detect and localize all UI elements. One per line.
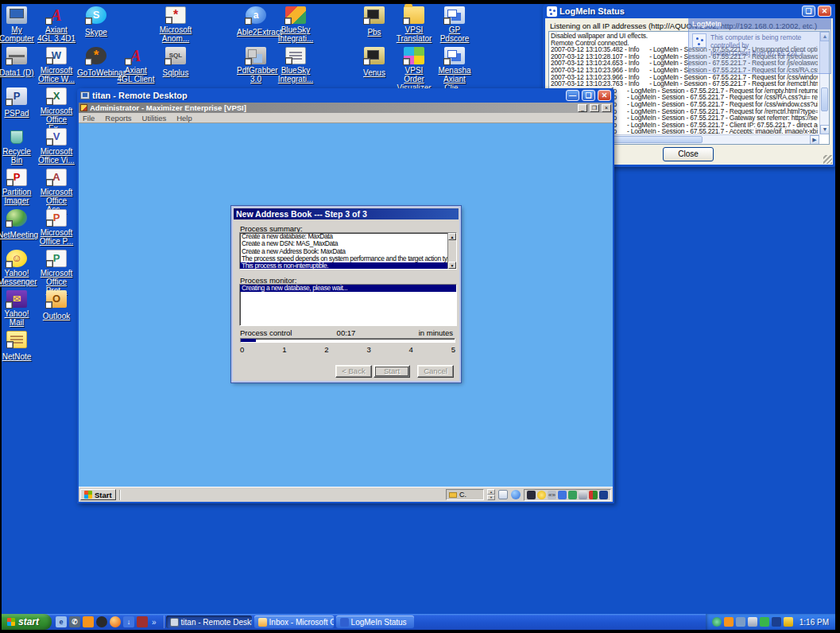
- scroll-down-icon[interactable]: ▼: [820, 125, 830, 134]
- summary-item[interactable]: Create a new database: MaxData: [240, 233, 447, 240]
- summary-item[interactable]: Create a new Address Book: MaxData: [240, 248, 447, 255]
- messenger-tray-icon[interactable]: [558, 491, 567, 499]
- desktop-icon-partition-imager[interactable]: Partition Imager: [0, 169, 36, 207]
- updates-tray-icon[interactable]: [784, 617, 793, 627]
- desktop-icon-netmeeting[interactable]: NetMeeting: [0, 209, 36, 241]
- internet-explorer-icon[interactable]: e: [56, 616, 67, 627]
- desktop-icon-gp-pdscore[interactable]: GP Pdscore: [435, 6, 474, 45]
- desktop-icon-pbs[interactable]: Pbs: [355, 6, 393, 38]
- remote-start-button[interactable]: Start: [80, 489, 116, 500]
- logmein-tray-icon[interactable]: [724, 617, 734, 627]
- menu-reports[interactable]: Reports: [105, 114, 131, 122]
- monitor-item-selected[interactable]: Creating a new database, please wait...: [240, 285, 456, 292]
- quick-launch-overflow-chevron[interactable]: »: [150, 618, 158, 627]
- network-tray-icon[interactable]: [736, 617, 745, 627]
- remote-control-tray-icon[interactable]: [712, 617, 722, 627]
- taskbar-button-logmein-status[interactable]: LogMeIn Status: [336, 616, 414, 628]
- desktop-icon-pdfgrabber[interactable]: PdfGrabber 3.0: [237, 47, 275, 85]
- desktop-icon-bluesky-document[interactable]: BlueSky Integrati...: [277, 47, 315, 85]
- desktop-icon-label: Data1 (D): [0, 68, 34, 77]
- internet-explorer-icon[interactable]: [511, 490, 521, 499]
- key-tray-icon[interactable]: [537, 491, 546, 499]
- desktop-icon-gotowebinar[interactable]: GoToWebinar: [77, 47, 115, 79]
- menu-help[interactable]: Help: [176, 114, 192, 122]
- taskbar-button-remote-desktop[interactable]: titan - Remote Desktop: [166, 616, 252, 628]
- display-tray-icon[interactable]: [772, 617, 781, 627]
- minimize-icon[interactable]: —: [566, 90, 579, 101]
- summary-item-selected[interactable]: This process is non-interruptible.: [240, 262, 447, 270]
- summary-item[interactable]: Create a new DSN: MAS_MaxData: [240, 240, 447, 247]
- desktop-icon-netnote[interactable]: NetNote: [0, 331, 36, 363]
- cancel-button[interactable]: Cancel: [417, 365, 454, 378]
- desktop-icon-sqlplus[interactable]: Sqlplus: [157, 47, 195, 79]
- taskbar-spin-control[interactable]: ▲▼: [487, 489, 495, 500]
- scroll-right-icon[interactable]: ▶: [810, 135, 819, 145]
- usb-tray-icon[interactable]: [748, 617, 757, 627]
- resize-grip[interactable]: [823, 155, 832, 164]
- desktop-icon-axiant-4gl-34d1[interactable]: Axiant 4GL 3.4D1: [37, 6, 75, 45]
- remote-session: Administrator - Maximizer Enterprise [VP…: [79, 103, 613, 502]
- dialog-titlebar[interactable]: New Address Book --- Step 3 of 3: [234, 208, 459, 219]
- desktop-icon-office-powerpoint[interactable]: Microsoft Office P...: [37, 209, 75, 247]
- back-button[interactable]: < Back: [335, 365, 372, 378]
- desktop-icon-pspad[interactable]: PSPad: [0, 87, 36, 119]
- close-icon[interactable]: ✕: [818, 6, 831, 17]
- firefox-icon[interactable]: [110, 616, 121, 627]
- desktop-icon-office-word[interactable]: Microsoft Office W...: [37, 47, 75, 85]
- folder-c-button[interactable]: C.: [446, 489, 484, 500]
- desktop-icon-office-visio[interactable]: Microsoft Office Vi...: [37, 128, 75, 166]
- desktop-icon-menasha-axiant[interactable]: Menasha Axiant Clie...: [435, 47, 474, 94]
- antivirus-tray-icon[interactable]: [760, 617, 769, 627]
- desktop-icon-able2extract[interactable]: Able2Extract: [237, 6, 275, 38]
- summary-item[interactable]: The process speed depends on system perf…: [240, 255, 447, 262]
- desktop-icon-label: Axiant 4GL Client: [117, 66, 155, 83]
- logmein-quicklaunch-icon[interactable]: [83, 616, 94, 627]
- restore-icon[interactable]: ❐: [590, 104, 599, 112]
- remote-desktop-titlebar[interactable]: titan - Remote Desktop — ❏ ✕: [79, 88, 613, 103]
- desktop-icon-axiant-4gl-client[interactable]: Axiant 4GL Client: [117, 47, 155, 85]
- scroll-up-icon[interactable]: ▲: [448, 233, 456, 240]
- scroll-thumb[interactable]: [821, 87, 828, 111]
- close-icon[interactable]: ✕: [598, 90, 611, 101]
- app-red-icon[interactable]: [137, 616, 148, 627]
- desktop-icon-venus[interactable]: Venus: [355, 47, 393, 79]
- desktop-icon-bluesky-integration[interactable]: BlueSky Integrati...: [277, 6, 315, 45]
- taskbar-button-outlook-inbox[interactable]: Inbox - Microsoft Out...: [254, 616, 334, 628]
- start-button[interactable]: Start: [374, 365, 410, 378]
- shield-tray-icon[interactable]: [579, 491, 587, 499]
- scroll-down-icon[interactable]: ▼: [448, 262, 456, 269]
- desktop-icon-outlook[interactable]: Outlook: [37, 290, 75, 322]
- menu-utilities[interactable]: Utilities: [142, 114, 167, 122]
- logmein-titlebar[interactable]: LogMeIn Status ❏ ✕: [545, 4, 833, 18]
- desktop-icon-my-computer[interactable]: My Computer: [0, 6, 36, 45]
- summary-scrollbar[interactable]: ▲ ▼: [447, 233, 456, 269]
- network-tray-icon[interactable]: [599, 491, 608, 499]
- desktop-icon-microsoft-anom[interactable]: Microsoft Anom...: [157, 6, 195, 45]
- plug-tray-icon[interactable]: [589, 491, 598, 499]
- desktop-icon-skype[interactable]: Skype: [77, 6, 115, 38]
- sync-arrows-tray-icon[interactable]: «»: [548, 491, 556, 499]
- download-manager-icon[interactable]: ↓: [123, 616, 134, 627]
- maximize-icon[interactable]: ❏: [582, 90, 595, 101]
- vpn-tray-icon[interactable]: [568, 491, 577, 499]
- document-quick-icon[interactable]: [498, 490, 508, 499]
- phone-dialer-icon[interactable]: ✆: [69, 616, 80, 627]
- minimize-icon[interactable]: _: [578, 104, 587, 112]
- process-monitor-list[interactable]: Creating a new database, please wait...: [239, 284, 457, 326]
- console-tray-icon[interactable]: [527, 491, 536, 499]
- process-summary-list[interactable]: Create a new database: MaxData Create a …: [239, 232, 457, 270]
- bluesky-icon: [285, 6, 306, 24]
- media-player-icon[interactable]: [96, 616, 107, 627]
- desktop-icon-vpsi-order-visualizer[interactable]: VPSI Order Visualizer: [395, 47, 433, 94]
- desktop-icon-vpsi-translator[interactable]: VPSI Translator: [395, 6, 433, 45]
- desktop-icon-yahoo-mail[interactable]: Yahoo! Mail: [0, 290, 36, 328]
- desktop-icon-yahoo-messenger[interactable]: Yahoo! Messenger: [0, 250, 36, 288]
- desktop-icon-data1-d[interactable]: Data1 (D): [0, 47, 36, 79]
- menu-file[interactable]: File: [83, 114, 95, 122]
- start-button[interactable]: start: [2, 614, 52, 630]
- desktop-icon-recycle-bin[interactable]: Recycle Bin: [0, 128, 36, 166]
- close-button[interactable]: Close: [663, 147, 714, 161]
- close-icon[interactable]: ×: [602, 104, 611, 112]
- maximizer-titlebar[interactable]: Administrator - Maximizer Enterprise [VP…: [79, 103, 613, 113]
- restore-button[interactable]: ❏: [802, 6, 815, 17]
